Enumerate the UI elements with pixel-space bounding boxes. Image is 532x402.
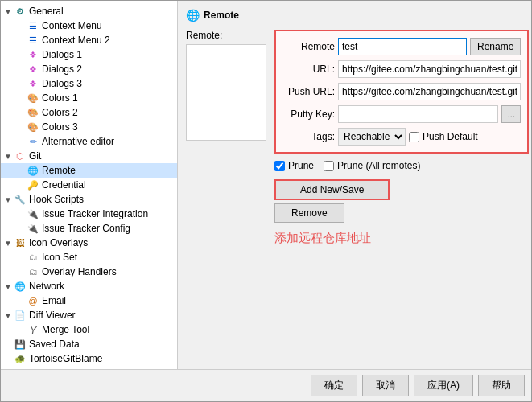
prune-all-label-container: Prune (All remotes) xyxy=(324,160,420,171)
sidebar-item-tortoisegit-blame[interactable]: 🐢 TortoiseGitBlame xyxy=(1,351,177,366)
sidebar-item-credential[interactable]: 🔑 Credential xyxy=(1,178,177,192)
cancel-button[interactable]: 取消 xyxy=(362,375,409,396)
sidebar-item-colors-1[interactable]: 🎨 Colors 1 xyxy=(1,91,177,105)
sidebar-item-label: Context Menu 2 xyxy=(42,35,110,46)
action-buttons: Add New/Save Remove xyxy=(274,179,529,223)
sidebar-item-label: Dialogs 2 xyxy=(42,64,82,75)
sidebar-item-colors-3[interactable]: 🎨 Colors 3 xyxy=(1,120,177,134)
sidebar-item-dialogs-1[interactable]: ❖ Dialogs 1 xyxy=(1,47,177,62)
sidebar-item-git[interactable]: ▼ ⬡ Git xyxy=(1,149,177,163)
panel-globe-icon: 🌐 xyxy=(186,9,200,22)
merge-icon: Y xyxy=(27,323,39,336)
alt-editor-icon: ✏ xyxy=(27,135,39,148)
sidebar-item-label: Issue Tracker Integration xyxy=(42,208,148,219)
content-area: ▼ ⚙ General ☰ Context Menu ☰ Context Men… xyxy=(1,1,531,369)
remote-name-input[interactable] xyxy=(338,38,467,55)
sidebar-item-label: Git xyxy=(29,150,41,162)
git-icon: ⬡ xyxy=(14,150,27,162)
dialogs-2-icon: ❖ xyxy=(27,63,39,76)
main-panel: 🌐 Remote Remote: Remote Rename xyxy=(178,1,531,369)
rename-button[interactable]: Rename xyxy=(470,38,521,55)
sidebar-item-label: Email xyxy=(42,295,66,306)
sidebar-item-label: Credential xyxy=(42,179,86,191)
sidebar-item-label: Issue Tracker Config xyxy=(42,223,130,234)
sidebar-item-issue-tracker-integration[interactable]: 🔌 Issue Tracker Integration xyxy=(1,207,177,221)
putty-browse-button[interactable]: ... xyxy=(501,105,521,123)
sidebar-item-label: Diff Viewer xyxy=(29,310,76,321)
push-url-label: Push URL: xyxy=(282,86,335,97)
sidebar-item-label: Dialogs 3 xyxy=(42,78,82,89)
putty-key-row: Putty Key: ... xyxy=(282,105,521,123)
tags-label: Tags: xyxy=(282,131,335,142)
sidebar-item-label: Context Menu xyxy=(42,20,102,31)
sidebar-item-network[interactable]: ▼ 🌐 Network xyxy=(1,279,177,293)
remote-name-label: Remote xyxy=(282,41,335,52)
sidebar-item-label: TortoiseGitBlame xyxy=(29,353,102,364)
ok-button[interactable]: 确定 xyxy=(311,375,357,396)
tags-row: Tags: ReachableAllNone Push Default xyxy=(282,128,521,146)
arrow-icon: ▼ xyxy=(2,7,14,16)
colors-1-icon: 🎨 xyxy=(27,92,39,105)
tracker-config-icon: 🔌 xyxy=(27,222,39,235)
sidebar-item-label: Colors 3 xyxy=(42,121,78,133)
tracker-integration-icon: 🔌 xyxy=(27,207,39,220)
diff-icon: 📄 xyxy=(14,309,27,322)
sidebar-item-merge-tool[interactable]: Y Merge Tool xyxy=(1,322,177,337)
sidebar-item-issue-tracker-config[interactable]: 🔌 Issue Tracker Config xyxy=(1,221,177,236)
sidebar-item-alt-editor[interactable]: ✏ Alternative editor xyxy=(1,134,177,149)
sidebar-item-label: Hook Scripts xyxy=(29,194,84,205)
sidebar-item-label: Saved Data xyxy=(29,338,80,350)
sidebar-item-icon-overlays[interactable]: ▼ 🖼 Icon Overlays xyxy=(1,236,177,250)
arrow-icon: ▼ xyxy=(2,152,14,161)
remove-button[interactable]: Remove xyxy=(274,203,344,223)
tortoisegit-blame-icon: 🐢 xyxy=(14,352,27,365)
arrow-icon: ▼ xyxy=(2,195,14,204)
sidebar-item-label: Dialogs 1 xyxy=(42,49,82,60)
prune-checkbox[interactable] xyxy=(274,161,285,171)
sidebar-item-dialogs-2[interactable]: ❖ Dialogs 2 xyxy=(1,62,177,76)
sidebar-item-icon-set[interactable]: 🗂 Icon Set xyxy=(1,250,177,265)
push-default-checkbox[interactable] xyxy=(409,132,419,142)
sidebar-item-label: Colors 1 xyxy=(42,92,78,104)
sidebar-item-context-menu[interactable]: ☰ Context Menu xyxy=(1,18,177,33)
sidebar-item-hook-scripts[interactable]: ▼ 🔧 Hook Scripts xyxy=(1,192,177,207)
prune-all-checkbox[interactable] xyxy=(324,161,334,171)
sidebar-item-label: Icon Set xyxy=(42,252,77,263)
arrow-icon: ▼ xyxy=(2,239,14,248)
sidebar-item-saved-data[interactable]: 💾 Saved Data xyxy=(1,337,177,351)
push-url-input[interactable] xyxy=(338,83,521,100)
sidebar-item-context-menu-2[interactable]: ☰ Context Menu 2 xyxy=(1,33,177,47)
url-label: URL: xyxy=(282,64,335,75)
sidebar-item-label: General xyxy=(29,6,64,17)
email-icon: @ xyxy=(27,294,39,307)
url-row: URL: xyxy=(282,60,521,78)
globe-icon: 🌐 xyxy=(27,164,39,177)
sidebar-item-label: Network xyxy=(29,281,64,292)
bottom-bar: 确定 取消 应用(A) 帮助 xyxy=(1,369,531,401)
sidebar-item-dialogs-3[interactable]: ❖ Dialogs 3 xyxy=(1,76,177,91)
settings-icon: ⚙ xyxy=(14,5,27,18)
hook-icon: 🔧 xyxy=(14,193,27,206)
sidebar-item-general[interactable]: ▼ ⚙ General xyxy=(1,4,177,18)
push-default-row: Push Default xyxy=(409,131,478,142)
push-url-row: Push URL: xyxy=(282,83,521,100)
saved-data-icon: 💾 xyxy=(14,338,27,351)
panel-title: 🌐 Remote xyxy=(186,9,523,22)
sidebar-item-diff-viewer[interactable]: ▼ 📄 Diff Viewer xyxy=(1,308,177,322)
sidebar-item-label: Alternative editor xyxy=(42,136,114,147)
putty-key-input[interactable] xyxy=(338,105,498,123)
remote-list-label: Remote: xyxy=(186,30,266,41)
overlay-handlers-icon: 🗂 xyxy=(27,265,39,278)
tags-select[interactable]: ReachableAllNone xyxy=(338,128,406,146)
sidebar-item-label: Remote xyxy=(42,165,76,176)
remote-list[interactable] xyxy=(186,44,266,141)
url-input[interactable] xyxy=(338,60,521,78)
network-icon: 🌐 xyxy=(14,280,27,293)
apply-button[interactable]: 应用(A) xyxy=(414,375,473,396)
sidebar-item-email[interactable]: @ Email xyxy=(1,293,177,308)
sidebar-item-overlay-handlers[interactable]: 🗂 Overlay Handlers xyxy=(1,265,177,279)
add-save-button[interactable]: Add New/Save xyxy=(274,179,390,200)
sidebar-item-remote[interactable]: 🌐 Remote xyxy=(1,163,177,178)
help-button[interactable]: 帮助 xyxy=(478,375,525,396)
sidebar-item-colors-2[interactable]: 🎨 Colors 2 xyxy=(1,105,177,120)
